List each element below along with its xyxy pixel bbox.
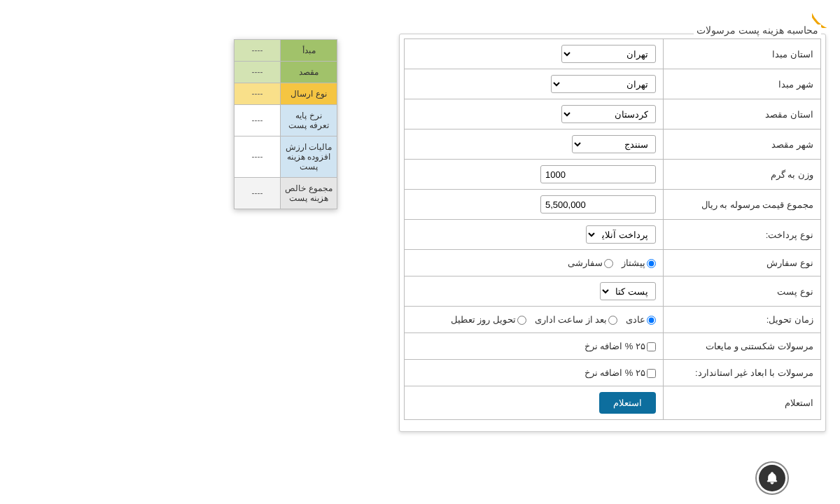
- weight-label: وزن به گرم: [664, 160, 821, 190]
- result-panel: مبدأ---- مقصد---- نوع ارسال---- نرخ پایه…: [234, 39, 337, 209]
- notification-button[interactable]: [759, 465, 785, 491]
- delivery-time-radio-afterhours[interactable]: [608, 316, 617, 325]
- bell-icon: [765, 471, 779, 485]
- origin-city-label: شهر مبدا: [664, 69, 821, 99]
- fragile-label: مرسولات شکستنی و مایعات: [664, 333, 821, 360]
- nonstandard-checkbox[interactable]: [647, 369, 656, 378]
- dest-province-label: استان مقصد: [664, 99, 821, 130]
- result-baserate-label: نرخ پایه تعرفه پست: [281, 105, 337, 136]
- weight-input[interactable]: [540, 165, 656, 183]
- result-shiptype-label: نوع ارسال: [281, 83, 337, 105]
- fragile-check-label[interactable]: ۲۵ % اضافه نرخ: [584, 341, 656, 351]
- order-type-radio-sefareshi[interactable]: [604, 259, 613, 268]
- result-origin-value: ----: [234, 40, 281, 62]
- total-price-label: مجموع قیمت مرسوله به ریال: [664, 190, 821, 220]
- delivery-time-radio-holiday[interactable]: [517, 316, 526, 325]
- origin-province-select[interactable]: تهران: [561, 45, 656, 63]
- order-type-radio-pishtaz[interactable]: [647, 259, 656, 268]
- origin-city-select[interactable]: تهران: [551, 75, 656, 93]
- dest-city-label: شهر مقصد: [664, 130, 821, 160]
- payment-type-select[interactable]: پرداخت آنلاین: [586, 225, 656, 244]
- inquiry-label: استعلام: [664, 386, 821, 420]
- result-table: مبدأ---- مقصد---- نوع ارسال---- نرخ پایه…: [234, 39, 337, 209]
- dest-city-select[interactable]: سنندج: [572, 135, 656, 153]
- result-tax-label: مالیات ارزش افزوده هزینه پست: [281, 136, 337, 178]
- delivery-time-label: زمان تحویل:: [664, 307, 821, 333]
- nonstandard-check-label[interactable]: ۲۵ % اضافه نرخ: [584, 368, 656, 378]
- result-total-value: ----: [234, 178, 281, 209]
- form-legend: محاسبه هزینه پست مرسولات: [694, 24, 821, 36]
- nonstandard-label: مرسولات با ابعاد غیر استاندارد:: [664, 360, 821, 386]
- result-tax-value: ----: [234, 136, 281, 178]
- result-baserate-value: ----: [234, 105, 281, 136]
- fragile-checkbox[interactable]: [647, 342, 656, 351]
- origin-province-label: استان مبدا: [664, 39, 821, 69]
- result-dest-value: ----: [234, 62, 281, 83]
- dest-province-select[interactable]: کردستان: [561, 105, 656, 123]
- inquiry-button[interactable]: استعلام: [599, 392, 656, 414]
- order-type-label: نوع سفارش: [664, 250, 821, 276]
- delivery-time-opt2-label[interactable]: بعد از ساعت اداری: [535, 314, 618, 325]
- delivery-time-opt3-label[interactable]: تحویل روز تعطیل: [451, 314, 526, 325]
- result-origin-label: مبدأ: [281, 40, 337, 62]
- delivery-time-opt1-label[interactable]: عادی: [626, 314, 656, 325]
- corner-decoration: [812, 0, 840, 28]
- post-type-label: نوع پست: [664, 276, 821, 307]
- total-price-input[interactable]: [540, 195, 656, 214]
- payment-type-label: نوع پرداخت:: [664, 220, 821, 250]
- result-dest-label: مقصد: [281, 62, 337, 83]
- calculator-form-panel: محاسبه هزینه پست مرسولات استان مبدا تهرا…: [399, 34, 826, 432]
- order-type-opt2-label[interactable]: سفارشی: [568, 258, 613, 268]
- form-table: استان مبدا تهران شهر مبدا تهران استان مق…: [404, 38, 821, 420]
- delivery-time-radio-normal[interactable]: [647, 316, 656, 325]
- result-shiptype-value: ----: [234, 83, 281, 105]
- post-type-select[interactable]: پست کتاب: [600, 282, 656, 300]
- order-type-opt1-label[interactable]: پیشتاز: [622, 258, 656, 268]
- result-total-label: مجموع خالص هزینه پست: [281, 178, 337, 209]
